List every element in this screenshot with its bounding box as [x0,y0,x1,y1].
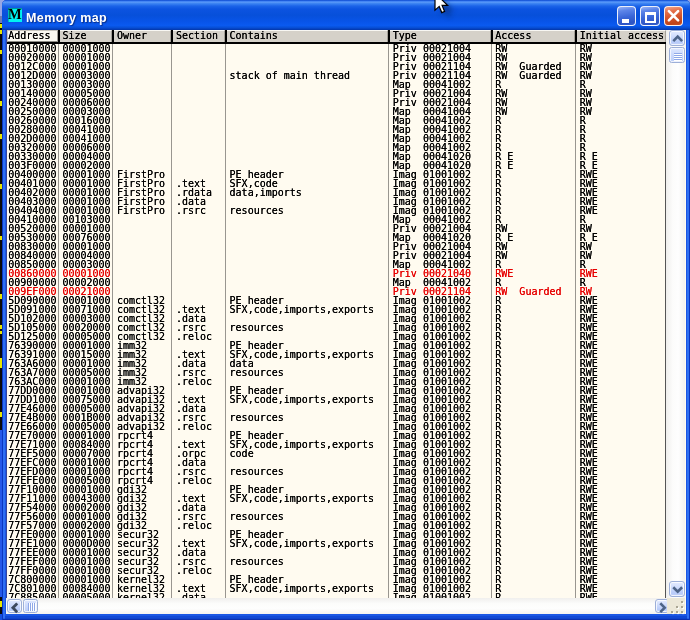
cell-section: .reloc [176,422,212,431]
memory-map-window: M Memory map AddressSizeOwnerSectionCont… [2,0,690,620]
grip-dot [671,611,673,613]
grip-dot [681,601,683,603]
close-button[interactable] [664,6,683,26]
titlebar[interactable]: M Memory map [2,0,690,30]
cell-contains: resources [230,413,284,422]
memory-map-window-icon: M [8,8,23,23]
grip-dot [676,606,678,608]
column-header-label: Owner [117,31,147,40]
horizontal-scrollbar[interactable] [6,598,668,614]
cell-section: .reloc [176,566,212,575]
minimize-icon [622,19,630,22]
cell-type: Imag 01001002 [393,593,471,598]
cell-owner: kernel32 [117,593,165,598]
maximize-icon [645,12,656,23]
memory-table[interactable]: 0001000000001000Priv 00021004RWRW0002000… [7,44,666,598]
cell-contains: data,imports [230,188,302,197]
cell-contains: SFX,code,imports,exports [230,539,375,548]
cell-owner: FirstPro [117,206,165,215]
chevron-up-icon [670,31,686,47]
scroll-down-button[interactable] [669,581,685,597]
cell-section: .reloc [176,476,212,485]
cell-size: 00005000 [62,593,110,598]
grip-dot [681,606,683,608]
cell-contains: resources [230,368,284,377]
screenshot-root: { "window": { "title": "Memory map", "ic… [0,0,690,620]
grip-dot [676,611,678,613]
column-header-label: Address [8,31,50,40]
close-icon [665,7,683,25]
maximize-button[interactable] [640,6,659,26]
client-area: AddressSizeOwnerSectionContainsTypeAcces… [6,30,686,615]
table-row[interactable]: 7C88500000005000kernel32.dataImag 010010… [7,593,666,598]
chevron-left-icon [8,601,22,615]
column-header-label: Initial access [580,31,664,40]
vertical-scroll-thumb[interactable] [669,47,685,64]
cell-contains: SFX,code,imports,exports [230,395,375,404]
cell-contains: resources [230,557,284,566]
cell-contains: resources [230,467,284,476]
cell-section: .data [176,593,206,598]
column-header-label: Access [495,31,531,40]
column-header-label: Type [393,31,417,40]
cell-access: RW Guarded [495,287,561,296]
window-title: Memory map [26,10,107,28]
minimize-button[interactable] [617,6,636,26]
cell-contains: code [230,449,254,458]
column-header-label: Contains [230,31,278,40]
scroll-up-button[interactable] [669,30,685,46]
horizontal-scroll-thumb[interactable] [23,599,38,613]
scroll-left-button[interactable] [7,599,22,613]
cell-section: .reloc [176,521,212,530]
cell-section: .rsrc [176,206,206,215]
cell-contains: SFX,code,imports,exports [230,584,375,593]
cell-contains: stack of main thread [230,71,350,80]
vertical-scrollbar[interactable] [666,30,685,598]
chevron-down-icon [670,582,686,598]
thumb-grip [28,603,36,611]
cell-section: .reloc [176,332,212,341]
cell-contains: SFX,code,imports,exports [230,494,375,503]
cell-contains: SFX,code,imports,exports [230,305,375,314]
cell-access: R [495,593,501,598]
column-header-label: Section [176,31,218,40]
thumb-grip [674,53,682,61]
cell-initial: RWE [580,593,598,598]
cell-contains: resources [230,206,284,215]
cell-address: 7C885000 [8,593,56,598]
cell-section: .reloc [176,377,212,386]
grip-dot [681,611,683,613]
cell-contains: resources [230,323,284,332]
column-header-label: Size [62,31,86,40]
resize-grip[interactable] [667,598,686,615]
cell-contains: resources [230,512,284,521]
cell-access: RW Guarded [495,71,561,80]
